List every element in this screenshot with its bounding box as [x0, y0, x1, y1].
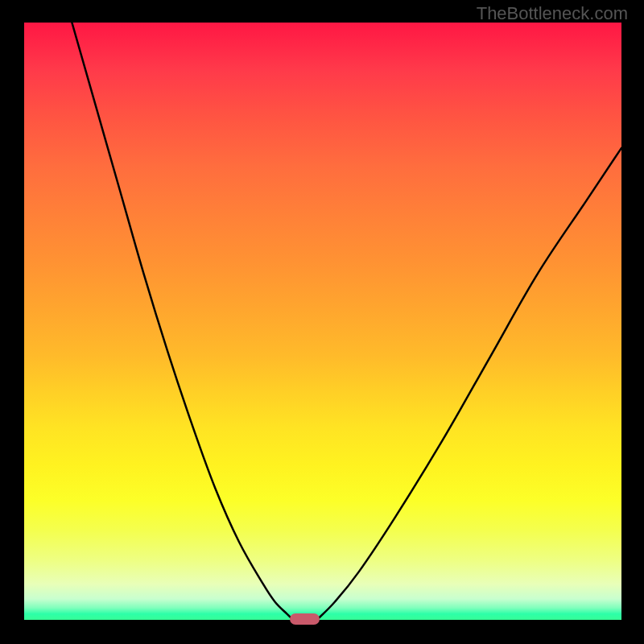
- right-curve-path: [317, 148, 621, 620]
- chart-curves-svg: [24, 23, 621, 620]
- chart-plot-area: [24, 23, 621, 620]
- watermark-text: TheBottleneck.com: [477, 3, 628, 24]
- left-curve-path: [72, 23, 293, 620]
- bottleneck-marker: [290, 613, 320, 625]
